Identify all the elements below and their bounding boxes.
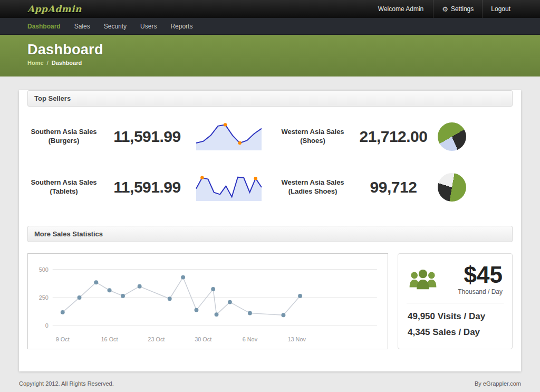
svg-text:13 Nov: 13 Nov <box>288 336 306 342</box>
settings-label: Settings <box>451 5 474 13</box>
content-card: Top Sellers Southern Asia Sales (Burgers… <box>19 90 521 371</box>
nav-item-sales[interactable]: Sales <box>74 18 90 34</box>
breadcrumb-separator: / <box>47 60 49 66</box>
gear-icon: ⚙ <box>442 5 448 13</box>
people-icon <box>408 269 438 291</box>
copyright-text: Copyright 2012. All Rights Reserved. <box>19 380 114 387</box>
logout-button[interactable]: Logout <box>482 0 519 18</box>
svg-text:16 Oct: 16 Oct <box>101 336 118 342</box>
summary-box: $45 Thousand / Day 49,950 Visits / Day 4… <box>398 253 513 349</box>
amount-unit: Thousand / Day <box>458 288 503 295</box>
stat-value: 11,591.99 <box>100 128 194 146</box>
page-title: Dashboard <box>27 42 540 58</box>
pie-chart-shoes <box>438 122 466 151</box>
pie-chart-ladies-shoes <box>438 173 466 202</box>
stat-ladies-shoes: Western Asia Sales (Ladies Shoes) 99,712 <box>276 162 513 212</box>
stat-label: Western Asia Sales (Shoes) <box>276 128 349 146</box>
credit-text: By eGrappler.com <box>475 380 521 387</box>
sales-per-day: 4,345 Sales / Day <box>407 324 504 340</box>
stat-value: 21,712.00 <box>349 128 438 146</box>
breadcrumb-home-link[interactable]: Home <box>27 60 44 66</box>
svg-text:500: 500 <box>39 266 49 273</box>
svg-text:9 Oct: 9 Oct <box>56 336 70 342</box>
stat-tablets: Southern Asia Sales (Tablets) 11,591.99 <box>27 162 264 212</box>
top-sellers-grid: Southern Asia Sales (Burgers) 11,591.99 … <box>27 112 513 212</box>
bottom-row: 02505009 Oct16 Oct23 Oct30 Oct6 Nov13 No… <box>27 253 513 349</box>
breadcrumb-current: Dashboard <box>52 60 82 66</box>
stat-value: 99,712 <box>349 178 438 196</box>
sparkline-chart-tablets <box>194 172 264 203</box>
svg-text:23 Oct: 23 Oct <box>148 336 165 342</box>
amount-value: $45 <box>458 263 503 286</box>
stat-label: Southern Asia Sales (Tablets) <box>27 178 100 196</box>
nav-item-dashboard[interactable]: Dashboard <box>27 18 61 34</box>
sales-line-chart: 02505009 Oct16 Oct23 Oct30 Oct6 Nov13 No… <box>27 253 388 349</box>
footer: Copyright 2012. All Rights Reserved. By … <box>0 371 540 392</box>
panel-header-more-stats: More Sales Statistics <box>27 226 513 242</box>
breadcrumb: Home / Dashboard <box>27 60 540 66</box>
stat-shoes: Western Asia Sales (Shoes) 21,712.00 <box>276 112 513 161</box>
stat-label: Southern Asia Sales (Burgers) <box>27 128 100 146</box>
nav-item-reports[interactable]: Reports <box>170 18 192 34</box>
summary-top: $45 Thousand / Day <box>407 263 504 295</box>
settings-button[interactable]: ⚙ Settings <box>433 0 482 18</box>
nav-item-users[interactable]: Users <box>140 18 157 34</box>
topbar-right: Welcome Admin ⚙ Settings Logout <box>369 0 519 18</box>
stat-label: Western Asia Sales (Ladies Shoes) <box>276 178 349 196</box>
nav-item-security[interactable]: Security <box>104 18 127 34</box>
svg-text:0: 0 <box>45 322 49 329</box>
svg-text:250: 250 <box>39 294 49 301</box>
svg-text:30 Oct: 30 Oct <box>195 336 211 342</box>
summary-divider <box>407 303 504 303</box>
page-header: Dashboard Home / Dashboard <box>0 35 540 77</box>
stat-value: 11,591.99 <box>100 178 194 196</box>
visits-per-day: 49,950 Visits / Day <box>407 309 504 324</box>
panel-header-top-sellers: Top Sellers <box>27 90 513 107</box>
welcome-text: Welcome Admin <box>369 5 433 13</box>
topbar: AppAdmin Welcome Admin ⚙ Settings Logout <box>0 0 540 18</box>
sparkline-chart-burgers <box>194 121 264 152</box>
svg-text:6 Nov: 6 Nov <box>243 336 258 342</box>
stat-burgers: Southern Asia Sales (Burgers) 11,591.99 <box>27 112 264 161</box>
page: AppAdmin Welcome Admin ⚙ Settings Logout… <box>0 0 540 392</box>
app-logo: AppAdmin <box>27 4 82 14</box>
main-nav: Dashboard Sales Security Users Reports <box>0 18 540 35</box>
amount-wrap: $45 Thousand / Day <box>458 263 503 295</box>
